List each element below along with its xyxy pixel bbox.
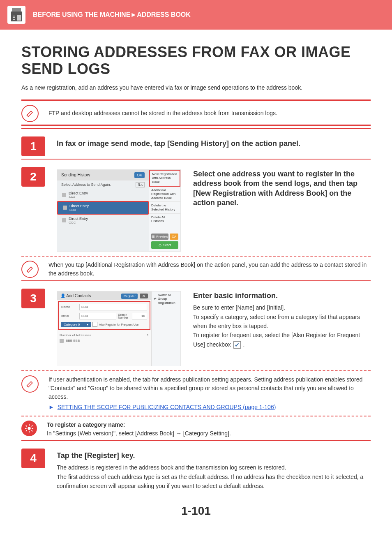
fax-icon bbox=[62, 193, 66, 197]
preview-icon: ▦ bbox=[152, 235, 155, 238]
sort-icon[interactable]: ⇅A bbox=[136, 182, 145, 187]
history-entry[interactable]: Direct EntryCCC bbox=[57, 215, 149, 227]
checkbox-checked-icon: ✔ bbox=[233, 341, 241, 349]
svg-rect-10 bbox=[32, 428, 33, 429]
dashed-divider bbox=[21, 256, 371, 257]
register-button[interactable]: Register bbox=[121, 294, 138, 299]
svg-rect-12 bbox=[31, 430, 33, 432]
step3-p1: Be sure to enter [Name] and [Initial]. bbox=[193, 303, 371, 312]
link-arrow-icon: ► bbox=[48, 404, 54, 410]
svg-rect-11 bbox=[25, 425, 27, 427]
step-4: 4 Tap the [Register] key. The address is… bbox=[21, 449, 371, 491]
shot-subtitle: Select Address to Send Again. bbox=[61, 183, 111, 187]
ca-button[interactable]: CA bbox=[170, 234, 178, 240]
header-banner: BEFORE USING THE MACHINE►ADDRESS BOOK bbox=[0, 0, 392, 30]
page-number: 1-101 bbox=[0, 504, 392, 518]
history-entry[interactable]: Direct EntryAAA bbox=[57, 189, 149, 201]
auth-note-text: If user authentication is enabled, the t… bbox=[48, 375, 371, 401]
history-entry-selected[interactable]: Direct EntryBBB bbox=[58, 202, 148, 214]
svg-rect-13 bbox=[31, 425, 33, 427]
category-text: In "Settings (Web version)", select [Add… bbox=[47, 429, 231, 438]
top-note-text: FTP and desktop addresses cannot be stor… bbox=[48, 109, 277, 118]
step-number: 1 bbox=[21, 136, 45, 156]
step-divider bbox=[21, 440, 371, 441]
divider bbox=[21, 125, 371, 126]
step2-tip-text: When you tap [Additional Registration wi… bbox=[48, 261, 371, 278]
shot-title: Sending History bbox=[61, 173, 90, 177]
step4-heading: Tap the [Register] key. bbox=[57, 451, 371, 460]
step3-p2: To specify a category, select one from a… bbox=[193, 312, 371, 331]
fax-icon bbox=[63, 206, 67, 210]
step3-heading: Enter basic information. bbox=[193, 291, 371, 301]
step2-tip: When you tap [Additional Registration wi… bbox=[21, 261, 371, 278]
step-1: 1 In fax or image send mode, tap [Sendin… bbox=[21, 136, 371, 156]
step4-p1: The address is registered in the address… bbox=[57, 463, 371, 472]
svg-rect-0 bbox=[12, 8, 21, 12]
address-item[interactable]: BBB BBB bbox=[60, 338, 149, 344]
auth-note: If user authentication is enabled, the t… bbox=[21, 375, 371, 412]
step-number: 3 bbox=[21, 289, 45, 308]
top-note: FTP and desktop addresses cannot be stor… bbox=[21, 105, 371, 122]
pencil-note-icon bbox=[21, 375, 39, 393]
action-delete-selected[interactable]: Delete the Selected History bbox=[149, 202, 180, 213]
svg-rect-7 bbox=[29, 424, 30, 426]
step-divider bbox=[21, 280, 371, 281]
dashed-divider bbox=[21, 370, 371, 371]
svg-rect-14 bbox=[25, 430, 27, 432]
person-icon: 👤 bbox=[60, 294, 65, 298]
divider bbox=[21, 99, 371, 101]
step-divider bbox=[21, 159, 371, 160]
step2-heading: Select one address you want to register … bbox=[193, 169, 371, 208]
start-icon: ◇ bbox=[159, 243, 161, 247]
step-divider bbox=[21, 128, 371, 129]
step-2: 2 Sending History OK Select Address to S… bbox=[21, 167, 371, 252]
preview-button[interactable]: ▦Preview bbox=[151, 234, 168, 240]
svg-rect-9 bbox=[25, 428, 27, 429]
intro-text: As a new registration, add an address yo… bbox=[21, 83, 371, 92]
initial-field[interactable]: BBB bbox=[79, 313, 116, 319]
category-note: To register a category name: In "Setting… bbox=[21, 421, 371, 438]
step-3: 3 👤 Add Contacts Register ✕ NameBBB bbox=[21, 289, 371, 366]
step4-p2: The first address of each address type i… bbox=[57, 472, 371, 491]
page-title: STORING ADDRESSES FROM FAX OR IMAGE SEND… bbox=[21, 44, 371, 78]
pencil-note-icon bbox=[21, 105, 39, 122]
search-number-field[interactable]: 10 bbox=[132, 313, 147, 319]
pencil-note-icon bbox=[21, 261, 39, 278]
category-select[interactable]: Category 0▾ bbox=[61, 322, 91, 327]
svg-rect-5 bbox=[17, 15, 21, 21]
svg-rect-4 bbox=[13, 19, 15, 20]
ok-button[interactable]: OK bbox=[134, 172, 145, 178]
fax-icon bbox=[60, 339, 64, 343]
frequent-use-checkbox[interactable] bbox=[92, 322, 97, 327]
close-icon[interactable]: ✕ bbox=[140, 294, 148, 298]
start-button[interactable]: ◇Start bbox=[151, 241, 178, 249]
chevron-down-icon: ▾ bbox=[87, 323, 88, 326]
step-number: 2 bbox=[21, 167, 45, 187]
svg-rect-2 bbox=[13, 16, 15, 16]
swap-icon: ⇄ bbox=[154, 297, 157, 301]
step-number: 4 bbox=[21, 449, 45, 468]
switch-group-action[interactable]: ⇄Switch to Group Registration bbox=[152, 291, 180, 307]
step3-p3: To register for frequent use, select the… bbox=[193, 331, 371, 349]
breadcrumb: BEFORE USING THE MACHINE►ADDRESS BOOK bbox=[33, 11, 191, 18]
gear-icon bbox=[21, 421, 37, 436]
svg-rect-8 bbox=[29, 431, 30, 432]
dashed-divider bbox=[21, 416, 371, 416]
fax-icon bbox=[62, 218, 66, 222]
step1-heading: In fax or image send mode, tap [Sending … bbox=[57, 139, 371, 148]
sending-history-screenshot: Sending History OK Select Address to Sen… bbox=[57, 169, 181, 252]
name-field[interactable]: BBB bbox=[79, 304, 147, 310]
svg-rect-3 bbox=[13, 17, 15, 18]
add-contacts-screenshot: 👤 Add Contacts Register ✕ NameBBB Initia… bbox=[57, 291, 181, 366]
action-delete-all[interactable]: Delete All Histories bbox=[149, 214, 180, 225]
scope-link[interactable]: SETTING THE SCOPE FOR PUBLICIZING CONTAC… bbox=[58, 404, 276, 410]
action-new-registration[interactable]: New Registration with Address Book bbox=[149, 170, 180, 187]
category-heading: To register a category name: bbox=[47, 421, 231, 429]
copier-icon bbox=[7, 6, 25, 24]
action-additional-registration[interactable]: Additional Registration with Address Boo… bbox=[149, 187, 180, 202]
svg-point-6 bbox=[28, 427, 30, 430]
